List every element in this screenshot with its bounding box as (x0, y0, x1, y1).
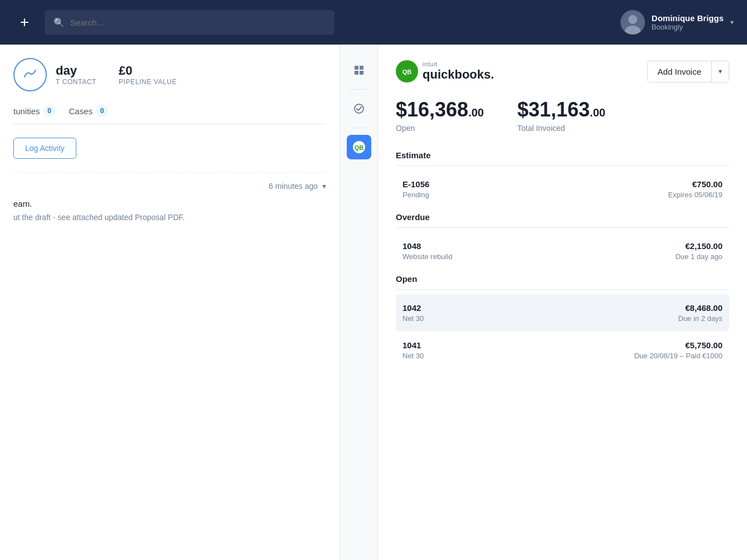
sidebar-divider (350, 89, 368, 90)
invoice-sections: EstimateE-1056Pending€750.00Expires 05/0… (396, 150, 729, 369)
invoice-sub: Net 30 (402, 314, 424, 323)
avatar (620, 10, 645, 35)
invoice-sub: Website rebuild (402, 252, 452, 261)
grid-view-button[interactable] (347, 58, 371, 82)
search-icon: 🔍 (54, 17, 65, 28)
invoice-amount: €5,750.00 (634, 340, 722, 350)
svg-point-7 (355, 104, 363, 113)
invoice-section: Open1042Net 30€8,468.00Due in 2 days1041… (396, 274, 729, 369)
search-container: 🔍 (45, 10, 334, 35)
chevron-down-icon[interactable]: ▾ (322, 182, 326, 191)
activity-item: 6 minutes ago ▾ eam. ut the draft - see … (13, 172, 326, 231)
quickbooks-logo-text: intuit quickbooks. (423, 61, 494, 82)
invoice-number: 1048 (402, 241, 452, 251)
svg-rect-4 (360, 66, 363, 70)
activity-section: Log Activity 6 minutes ago ▾ eam. ut the… (13, 138, 326, 231)
invoice-section: Overdue1048Website rebuild€2,150.00Due 1… (396, 212, 729, 270)
invoice-due: Due 20/08/19 – Paid €1000 (634, 352, 722, 360)
quickbooks-brand: quickbooks. (423, 67, 494, 82)
tabs-row: tunities 0 Cases 0 (13, 105, 326, 124)
svg-rect-3 (355, 66, 358, 70)
svg-text:QB: QB (402, 69, 412, 75)
tab-cases[interactable]: Cases 0 (69, 105, 109, 124)
tab-opportunities[interactable]: tunities 0 (13, 105, 56, 124)
tab-opportunities-badge: 0 (43, 105, 56, 117)
right-panel: QB intuit quickbooks. Add Invoice ▾ $16,… (378, 45, 747, 560)
sidebar-icons: QB (340, 45, 378, 560)
pipeline-label: PIPELINE VALUE (119, 78, 177, 86)
section-title: Estimate (396, 150, 729, 166)
invoice-number: E-1056 (402, 179, 429, 189)
invoice-row[interactable]: 1041Net 30€5,750.00Due 20/08/19 – Paid €… (396, 332, 729, 369)
contact-label: T CONTACT (56, 78, 96, 86)
top-navigation: + 🔍 Dominique Briggs Bookingly ▾ (0, 0, 747, 45)
svg-point-1 (628, 15, 637, 24)
activity-body-1: eam. (13, 197, 326, 211)
stat-total-invoiced: $31,163.00 Total Invoiced (517, 98, 605, 133)
invoice-sub: Net 30 (402, 352, 424, 360)
quickbooks-header: QB intuit quickbooks. Add Invoice ▾ (396, 60, 729, 82)
sidebar-divider-2 (350, 128, 368, 128)
user-menu[interactable]: Dominique Briggs Bookingly ▾ (620, 10, 734, 35)
invoice-due: Due 1 day ago (675, 252, 722, 261)
left-panel: day T CONTACT £0 PIPELINE VALUE tunities… (0, 45, 340, 560)
add-invoice-button-group: Add Invoice ▾ (647, 61, 729, 82)
invoice-amount: €2,150.00 (675, 241, 722, 251)
user-chevron-icon: ▾ (730, 18, 734, 26)
search-input[interactable] (70, 18, 326, 27)
activity-body-2: ut the draft - see attached updated Prop… (13, 213, 326, 222)
page-header-info: day T CONTACT (56, 64, 96, 86)
svg-rect-6 (360, 71, 363, 75)
stats-row: $16,368.00 Open $31,163.00 Total Invoice… (396, 98, 729, 133)
left-header: day T CONTACT £0 PIPELINE VALUE (13, 58, 326, 91)
invoice-amount: €8,468.00 (678, 303, 723, 313)
invoice-row[interactable]: 1042Net 30€8,468.00Due in 2 days (396, 294, 729, 332)
chart-circle-icon (13, 58, 47, 91)
stat-total-label: Total Invoiced (517, 124, 605, 133)
invoice-row[interactable]: 1048Website rebuild€2,150.00Due 1 day ag… (396, 232, 729, 270)
invoice-amount: €750.00 (668, 179, 722, 189)
tab-cases-label: Cases (69, 106, 93, 116)
page-title: day (56, 64, 96, 78)
main-container: day T CONTACT £0 PIPELINE VALUE tunities… (0, 45, 747, 560)
tab-cases-badge: 0 (96, 105, 108, 117)
user-info: Dominique Briggs Bookingly (652, 13, 724, 31)
check-button[interactable] (347, 96, 371, 121)
add-invoice-dropdown-button[interactable]: ▾ (712, 62, 729, 81)
pipeline-info: £0 PIPELINE VALUE (119, 64, 177, 86)
invoice-number: 1042 (402, 303, 424, 313)
stat-open-amount: $16,368.00 (396, 98, 484, 121)
invoice-due: Due in 2 days (678, 314, 723, 323)
activity-timestamp: 6 minutes ago (269, 182, 318, 191)
quickbooks-logo-circle: QB (396, 60, 418, 82)
invoice-sub: Pending (402, 191, 429, 199)
add-invoice-button[interactable]: Add Invoice (648, 61, 712, 82)
svg-text:QB: QB (354, 144, 363, 151)
add-new-button[interactable]: + (13, 13, 36, 31)
invoice-section: EstimateE-1056Pending€750.00Expires 05/0… (396, 150, 729, 208)
stat-open-label: Open (396, 124, 484, 133)
activity-time-row: 6 minutes ago ▾ (13, 182, 326, 191)
pipeline-value: £0 (119, 64, 177, 78)
stat-open: $16,368.00 Open (396, 98, 484, 133)
log-activity-button[interactable]: Log Activity (13, 138, 76, 159)
tab-opportunities-label: tunities (13, 106, 40, 116)
intuit-label: intuit (423, 61, 494, 67)
invoice-row[interactable]: E-1056Pending€750.00Expires 05/06/19 (396, 171, 729, 208)
quickbooks-sidebar-button[interactable]: QB (347, 135, 371, 159)
quickbooks-logo: QB intuit quickbooks. (396, 60, 494, 82)
stat-total-amount: $31,163.00 (517, 98, 605, 121)
section-title: Open (396, 274, 729, 290)
section-title: Overdue (396, 212, 729, 228)
svg-rect-5 (355, 71, 358, 75)
invoice-number: 1041 (402, 340, 424, 350)
invoice-due: Expires 05/06/19 (668, 191, 722, 199)
user-company: Bookingly (652, 23, 724, 31)
user-name: Dominique Briggs (652, 13, 724, 23)
